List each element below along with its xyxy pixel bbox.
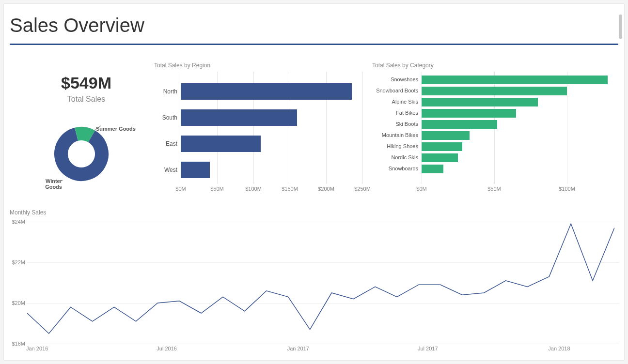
axis-tick: $150M [282, 186, 298, 192]
axis-tick: $24M [9, 219, 25, 225]
axis-tick: $100M [559, 186, 575, 192]
axis-tick: $0M [416, 186, 426, 192]
bar-row: Hiking Shoes [372, 141, 614, 152]
bar-category-label: Fat Bikes [372, 110, 418, 116]
bar-row: Nordic Skis [372, 152, 614, 163]
bar-category-label: Alpine Skis [372, 99, 418, 105]
bar-row: Snowshoes [372, 75, 614, 85]
region-chart-title: Total Sales by Region [154, 62, 210, 69]
donut-chart[interactable] [52, 125, 110, 183]
bar-row: Fat Bikes [372, 108, 614, 119]
title-rule [10, 44, 618, 45]
donut-legend-winter: Winter Goods [28, 178, 62, 190]
axis-tick: $18M [9, 341, 25, 347]
bar-row: East [154, 134, 362, 153]
bar[interactable] [181, 83, 352, 100]
bar-category-label: Snowboards [372, 166, 418, 171]
bar[interactable] [422, 87, 567, 95]
bar-row: Snowboards [372, 164, 614, 174]
bar-row: North [154, 81, 362, 101]
bar[interactable] [422, 131, 470, 140]
page-title: Sales Overview [10, 15, 144, 36]
axis-tick: Jan 2018 [548, 346, 570, 351]
bar[interactable] [181, 162, 210, 178]
bar[interactable] [422, 109, 516, 118]
axis-tick: Jan 2016 [26, 346, 48, 351]
bar-row: West [154, 160, 362, 179]
bar[interactable] [422, 98, 538, 106]
axis-tick: Jul 2016 [157, 346, 177, 351]
bar[interactable] [181, 109, 297, 126]
category-chart-title: Total Sales by Category [372, 62, 434, 69]
bar[interactable] [422, 76, 608, 84]
bar-category-label: South [154, 114, 177, 121]
bar-row: South [154, 107, 362, 127]
donut-legend-summer: Summer Goods [96, 126, 136, 132]
bar[interactable] [181, 136, 261, 152]
bar-category-label: Mountain Bikes [372, 132, 418, 138]
bar-category-label: East [154, 140, 177, 147]
monthly-line-chart[interactable]: $18M$20M$22M$24MJan 2016Jul 2016Jan 2017… [9, 207, 619, 357]
axis-tick: $0M [175, 186, 186, 192]
scrollbar-thumb[interactable] [619, 15, 622, 39]
axis-tick: Jul 2017 [418, 346, 438, 351]
bar-row: Snowboard Boots [372, 86, 614, 96]
axis-tick: $50M [487, 186, 501, 192]
region-bar-chart[interactable]: $0M$50M$100M$150M$200M$250MNorthSouthEas… [154, 72, 362, 197]
bar-row: Mountain Bikes [372, 130, 614, 141]
bar-category-label: Nordic Skis [372, 154, 418, 160]
bar-category-label: Ski Boots [372, 121, 418, 127]
bar-row: Alpine Skis [372, 97, 614, 107]
axis-tick: Jan 2017 [287, 346, 309, 351]
bar-category-label: Snowshoes [372, 76, 418, 82]
bar-category-label: North [154, 88, 177, 95]
bar[interactable] [422, 120, 497, 129]
line-plot[interactable] [27, 222, 614, 344]
axis-tick: $100M [245, 186, 262, 192]
axis-tick: $200M [318, 186, 334, 192]
bar-row: Ski Boots [372, 119, 614, 130]
axis-tick: $50M [210, 186, 224, 192]
kpi-label: Total Sales [38, 95, 135, 104]
bar[interactable] [422, 142, 462, 151]
bar-category-label: Snowboard Boots [372, 88, 418, 93]
axis-tick: $22M [9, 259, 25, 265]
axis-tick: $20M [9, 300, 25, 306]
kpi-value: $549M [38, 74, 135, 92]
bar[interactable] [422, 165, 443, 173]
bar-category-label: Hiking Shoes [372, 143, 418, 149]
bar[interactable] [422, 153, 458, 162]
category-bar-chart[interactable]: $0M$50M$100MSnowshoesSnowboard BootsAlpi… [372, 72, 614, 197]
dashboard-canvas: Sales Overview $549M Total Sales Summer … [4, 4, 624, 360]
axis-tick: $250M [354, 186, 371, 192]
bar-category-label: West [154, 167, 177, 173]
